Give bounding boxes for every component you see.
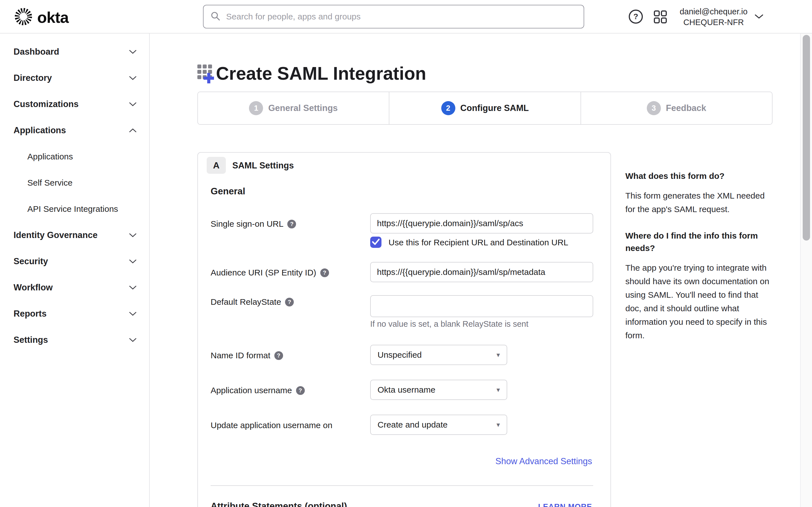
sidebar-item-security[interactable]: Security [0,248,149,274]
help-icon[interactable]: ? [296,386,305,395]
chevron-down-icon: ▾ [497,421,500,429]
user-email: daniel@chequer.io [677,6,751,17]
step-number-badge: 3 [647,101,661,115]
checkmark-icon [370,236,382,248]
scrollbar[interactable] [800,34,812,507]
user-menu[interactable]: daniel@chequer.io CHEQUER-NFR [677,6,751,27]
chevron-down-icon: ▾ [497,386,500,394]
chevron-down-icon [129,50,137,54]
apps-grid-button[interactable] [654,10,667,25]
application-username-label: Application username ? [211,386,305,395]
sso-url-label: Single sign-on URL ? [211,219,296,229]
audience-uri-label: Audience URI (SP Entity ID) ? [211,268,329,277]
sidebar-item-dashboard[interactable]: Dashboard [0,39,149,65]
step-number-badge: 1 [249,101,263,115]
chevron-up-icon [129,128,137,133]
help-answer-1: This form generates the XML needed for t… [625,189,773,216]
sso-url-input[interactable] [370,213,593,233]
recipient-url-checkbox[interactable] [370,237,382,248]
question-icon: ? [633,12,638,21]
section-title: SAML Settings [232,161,294,171]
help-question-2: Where do I find the info this form needs… [625,230,773,255]
attribute-statements-heading: Attribute Statements (optional) [211,501,347,507]
help-icon[interactable]: ? [320,269,329,277]
help-answer-2: The app you're trying to integrate with … [625,261,773,342]
sidebar-item-api-service-integrations[interactable]: API Service Integrations [0,196,149,222]
sidebar-item-reports[interactable]: Reports [0,300,149,327]
sidebar-item-applications[interactable]: Applications [0,117,149,144]
show-advanced-settings-link[interactable]: Show Advanced Settings [495,456,592,466]
org-name: CHEQUER-NFR [677,17,751,27]
general-heading: General [211,186,245,196]
sidebar-item-self-service[interactable]: Self Service [0,170,149,196]
saml-settings-card: A SAML Settings General Single sign-on U… [197,152,611,507]
section-badge: A [207,157,226,174]
sidebar-nav: Dashboard Directory Customizations Appli… [0,34,150,507]
sidebar-item-identity-governance[interactable]: Identity Governance [0,222,149,248]
learn-more-link[interactable]: LEARN MORE [538,503,592,507]
step-number-badge: 2 [441,101,455,115]
help-panel: What does this form do? This form genera… [625,170,773,342]
name-id-format-select[interactable]: Unspecified ▾ [370,345,507,365]
section-divider [211,485,593,486]
help-icon[interactable]: ? [287,220,296,228]
update-username-select[interactable]: Create and update ▾ [370,414,507,435]
application-username-select[interactable]: Okta username ▾ [370,380,507,400]
user-menu-chevron[interactable] [755,14,763,20]
recipient-url-checkbox-label: Use this for Recipient URL and Destinati… [389,238,568,247]
sidebar-item-applications-sub[interactable]: Applications [0,144,149,170]
top-bar: okta ? daniel@chequer.io CHEQUER-NFR [0,0,812,34]
okta-sunburst-icon [14,7,33,27]
wizard-step-feedback[interactable]: 3 Feedback [580,92,772,124]
chevron-down-icon [129,312,137,316]
name-id-format-label: Name ID format ? [211,351,283,360]
chevron-down-icon [129,76,137,80]
help-button[interactable]: ? [629,10,643,24]
sidebar-item-customizations[interactable]: Customizations [0,91,149,117]
global-search[interactable] [203,5,584,29]
help-question-1: What does this form do? [625,170,773,182]
relay-state-input[interactable] [370,295,593,317]
relay-state-hint: If no value is set, a blank RelayState i… [370,320,528,329]
sidebar-item-workflow[interactable]: Workflow [0,274,149,300]
sidebar-item-settings[interactable]: Settings [0,327,149,353]
chevron-down-icon [129,285,137,290]
page-title: Create SAML Integration [216,62,426,86]
chevron-down-icon: ▾ [497,351,500,359]
wizard-steps: 1 General Settings 2 Configure SAML 3 Fe… [197,92,772,125]
chevron-down-icon [129,102,137,107]
okta-logo[interactable]: okta [14,7,68,27]
sidebar-item-directory[interactable]: Directory [0,65,149,91]
wizard-step-configure-saml[interactable]: 2 Configure SAML [389,92,580,124]
search-input[interactable] [225,11,577,22]
help-icon[interactable]: ? [274,351,283,360]
main-content: Create SAML Integration 1 General Settin… [150,34,812,507]
page-title-row: Create SAML Integration [197,62,426,88]
grid-icon [654,20,667,24]
okta-wordmark: okta [37,8,68,26]
scrollbar-thumb[interactable] [803,35,810,240]
app-grid-plus-icon [197,64,216,88]
chevron-down-icon [129,259,137,264]
help-icon[interactable]: ? [285,298,294,306]
chevron-down-icon [129,338,137,342]
chevron-down-icon [755,15,763,20]
chevron-down-icon [129,233,137,237]
audience-uri-input[interactable] [370,262,593,282]
wizard-step-general-settings[interactable]: 1 General Settings [198,92,389,124]
update-username-label: Update application username on [211,420,333,430]
relay-state-label: Default RelayState ? [211,297,294,307]
search-icon [210,11,220,22]
